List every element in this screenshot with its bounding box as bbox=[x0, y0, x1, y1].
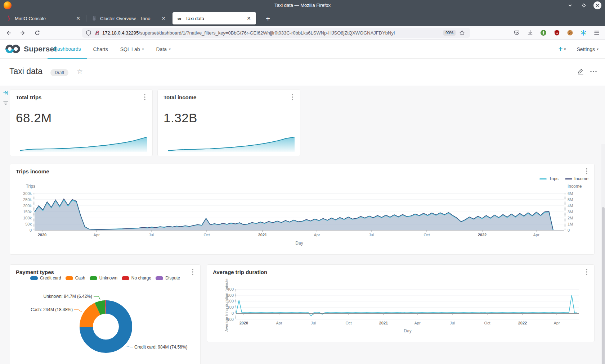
svg-text:Apr: Apr bbox=[314, 233, 320, 237]
tab-label: Taxi data bbox=[185, 16, 242, 21]
dashboard-menu-ellipsis-icon[interactable] bbox=[590, 68, 597, 76]
legend-item-dispute[interactable]: Dispute bbox=[156, 276, 180, 281]
close-icon[interactable] bbox=[593, 1, 601, 9]
maximize-icon[interactable] bbox=[580, 1, 588, 9]
privacy-badger-icon[interactable] bbox=[539, 29, 547, 37]
page-scrollbar-track[interactable] bbox=[601, 144, 605, 364]
download-icon[interactable] bbox=[526, 29, 534, 37]
legend-label: Cash bbox=[75, 276, 85, 281]
total-trips-value: 68.2M bbox=[16, 111, 52, 125]
bookmark-star-icon[interactable] bbox=[458, 29, 466, 36]
kebab-menu-icon[interactable] bbox=[142, 94, 148, 101]
tab-strip: MinIO Console✕Cluster Overview - Trino✕∞… bbox=[0, 11, 605, 26]
kebab-menu-icon[interactable] bbox=[289, 94, 296, 101]
legend-swatch bbox=[30, 276, 38, 280]
nav-item-sql-lab[interactable]: SQL Lab▾ bbox=[114, 40, 150, 59]
svg-text:Jul: Jul bbox=[149, 233, 154, 237]
reload-icon[interactable] bbox=[33, 29, 41, 37]
tab-close-icon[interactable]: ✕ bbox=[245, 15, 252, 22]
svg-text:2021: 2021 bbox=[379, 321, 388, 325]
svg-text:6M: 6M bbox=[568, 191, 573, 196]
tab-separator bbox=[86, 15, 86, 22]
window-controls bbox=[566, 1, 601, 10]
legend-swatch bbox=[90, 276, 97, 280]
browser-tab-minio-console[interactable]: MinIO Console✕ bbox=[2, 12, 85, 24]
menu-icon[interactable] bbox=[593, 29, 601, 37]
svg-text:2022: 2022 bbox=[478, 233, 487, 237]
containers-icon[interactable] bbox=[579, 29, 587, 37]
nav-item-dashboards[interactable]: Dashboards bbox=[48, 40, 87, 59]
svg-text:1M: 1M bbox=[568, 222, 573, 226]
svg-text:3M: 3M bbox=[568, 210, 573, 214]
new-tab-button[interactable]: + bbox=[263, 14, 273, 24]
dashboard-body: Total trips 68.2M Total income 1.32B Tri… bbox=[0, 86, 605, 364]
svg-text:Oct: Oct bbox=[484, 321, 490, 325]
svg-text:Apr: Apr bbox=[533, 233, 539, 237]
svg-text:250k: 250k bbox=[23, 197, 32, 202]
payment-types-legend: Credit cardCashUnknownNo chargeDispute bbox=[10, 276, 200, 281]
cookie-icon[interactable] bbox=[566, 29, 574, 37]
tab-close-icon[interactable]: ✕ bbox=[160, 15, 167, 22]
favorite-star-icon[interactable]: ☆ bbox=[77, 67, 83, 76]
avg-trip-duration-card: Average trip duration 4003002001000-100A… bbox=[207, 264, 595, 342]
svg-text:Day: Day bbox=[404, 328, 411, 333]
legend-item-no-charge[interactable]: No charge bbox=[122, 276, 151, 281]
payment-types-card: Payment types Credit cardCashUnknownNo c… bbox=[10, 264, 201, 364]
nav-item-data[interactable]: Data▾ bbox=[150, 40, 177, 59]
svg-text:Jul: Jul bbox=[450, 321, 455, 325]
minio-icon bbox=[5, 15, 12, 22]
legend-swatch bbox=[122, 276, 129, 280]
nav-item-charts[interactable]: Charts bbox=[87, 40, 114, 59]
page-scrollbar-thumb[interactable] bbox=[602, 207, 605, 364]
svg-text:Income: Income bbox=[568, 184, 582, 189]
total-income-value: 1.32B bbox=[163, 111, 197, 125]
url-bar[interactable]: 172.18.0.4:32295/superset/dashboard/1/?n… bbox=[82, 28, 470, 38]
svg-text:0: 0 bbox=[232, 311, 234, 315]
svg-text:Trips: Trips bbox=[26, 184, 35, 189]
nav-item-label: Charts bbox=[93, 46, 108, 52]
firefox-window: Taxi data — Mozilla Firefox MinIO Consol… bbox=[0, 0, 605, 364]
dashboard-title: Taxi data bbox=[9, 67, 42, 76]
legend-label: Dispute bbox=[165, 276, 180, 281]
window-title: Taxi data — Mozilla Firefox bbox=[0, 0, 605, 11]
url-text[interactable]: 172.18.0.4:32295/superset/dashboard/1/?n… bbox=[102, 30, 440, 36]
tab-close-icon[interactable]: ✕ bbox=[75, 15, 82, 22]
legend-item-unknown[interactable]: Unknown bbox=[90, 276, 117, 281]
svg-text:Jul: Jul bbox=[311, 321, 316, 325]
ublock-icon[interactable] bbox=[553, 29, 561, 37]
svg-text:300k: 300k bbox=[23, 191, 32, 196]
svg-text:2020: 2020 bbox=[239, 321, 248, 325]
forward-icon[interactable] bbox=[19, 29, 27, 37]
total-trips-sparkline bbox=[20, 136, 147, 152]
svg-text:100k: 100k bbox=[23, 216, 32, 220]
legend-label: Unknown bbox=[99, 276, 117, 281]
insecure-lock-icon[interactable] bbox=[94, 29, 101, 36]
nav-item-label: Dashboards bbox=[54, 46, 81, 52]
back-icon[interactable] bbox=[4, 29, 12, 37]
filter-funnel-icon[interactable] bbox=[2, 99, 9, 106]
url-host: 172.18.0.4:32295 bbox=[102, 30, 139, 36]
card-title: Total income bbox=[163, 94, 196, 100]
legend-item-cash[interactable]: Cash bbox=[66, 276, 85, 281]
kebab-menu-icon[interactable] bbox=[189, 268, 196, 276]
svg-text:Apr: Apr bbox=[93, 233, 99, 237]
svg-text:Average trinp duration (minute: Average trinp duration (minute bbox=[224, 278, 229, 332]
minimize-icon[interactable] bbox=[566, 1, 574, 9]
new-dropdown-button[interactable]: +▾ bbox=[559, 45, 566, 53]
svg-text:Unknown: 84.7M (6.42%): Unknown: 84.7M (6.42%) bbox=[44, 294, 92, 299]
svg-text:4M: 4M bbox=[568, 204, 573, 208]
zoom-level-badge[interactable]: 90% bbox=[443, 30, 456, 36]
edit-pencil-icon[interactable] bbox=[577, 68, 584, 76]
svg-text:Day: Day bbox=[295, 241, 303, 246]
pocket-icon[interactable] bbox=[513, 29, 521, 37]
svg-text:Oct: Oct bbox=[345, 321, 351, 325]
settings-menu[interactable]: Settings▾ bbox=[577, 46, 599, 52]
browser-tab-taxi-data[interactable]: ∞Taxi data✕ bbox=[172, 12, 256, 24]
expand-filter-bar-icon[interactable] bbox=[2, 89, 9, 96]
legend-item-credit-card[interactable]: Credit card bbox=[30, 276, 61, 281]
tracking-shield-icon[interactable] bbox=[85, 29, 92, 36]
superset-logo-icon bbox=[5, 43, 21, 55]
svg-text:Apr: Apr bbox=[414, 321, 420, 325]
browser-tab-cluster-overview-trino[interactable]: Cluster Overview - Trino✕ bbox=[87, 12, 171, 24]
card-title: Total trips bbox=[16, 94, 41, 100]
